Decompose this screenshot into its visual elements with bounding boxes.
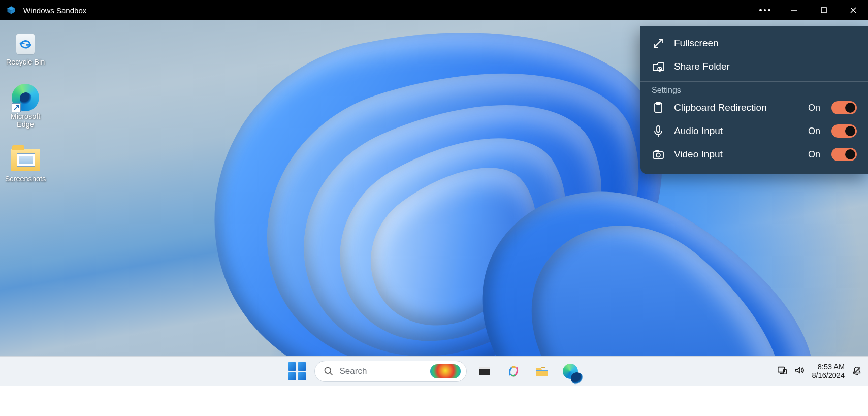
system-tray: 8:53 AM 8/16/2024 — [777, 363, 863, 380]
svg-rect-14 — [784, 369, 786, 374]
desktop-icon-label: Screenshots — [5, 175, 46, 183]
tray-notifications[interactable] — [852, 366, 863, 377]
shortcut-arrow-icon — [12, 103, 21, 112]
minimize-icon — [791, 7, 798, 14]
fullscreen-icon — [652, 37, 665, 50]
tray-time: 8:53 AM — [812, 363, 845, 371]
taskbar-edge[interactable] — [560, 361, 581, 381]
desktop-icon-label: Recycle Bin — [6, 58, 45, 67]
setting-state: On — [808, 149, 820, 160]
share-folder-icon — [652, 60, 665, 73]
setting-clipboard-toggle[interactable] — [831, 101, 857, 114]
edge-icon — [563, 364, 578, 379]
svg-rect-23 — [656, 150, 659, 152]
task-view-icon — [478, 364, 492, 378]
svg-rect-19 — [657, 126, 660, 132]
search-icon — [324, 366, 334, 376]
setting-video-input: Video Input On — [640, 143, 868, 166]
start-button[interactable] — [288, 362, 306, 380]
file-explorer-icon — [535, 364, 549, 378]
panel-fullscreen-label: Fullscreen — [674, 38, 857, 49]
copilot-icon — [506, 364, 521, 378]
sandbox-options-panel: Fullscreen Share Folder Settings Clipboa… — [640, 26, 868, 174]
desktop-icon-microsoft-edge[interactable]: Microsoft Edge — [3, 84, 48, 129]
titlebar-close-button[interactable] — [839, 0, 868, 20]
taskbar-file-explorer[interactable] — [532, 361, 552, 381]
desktop-icons-column: Recycle Bin Microsoft Edge Screenshots — [3, 29, 49, 201]
tray-volume-icon[interactable] — [794, 365, 805, 377]
taskbar-task-view[interactable] — [475, 361, 495, 381]
more-icon — [759, 9, 770, 12]
panel-divider — [640, 81, 868, 82]
setting-video-toggle[interactable] — [831, 148, 857, 161]
edge-icon — [11, 84, 40, 111]
setting-state: On — [808, 126, 820, 137]
search-highlight-icon — [430, 364, 461, 378]
search-placeholder: Search — [340, 366, 424, 376]
tray-display-icon[interactable] — [777, 365, 787, 377]
setting-clipboard-redirection: Clipboard Redirection On — [640, 96, 868, 119]
window-title: Windows Sandbox — [23, 6, 86, 15]
titlebar-minimize-button[interactable] — [780, 0, 809, 20]
recycle-bin-icon — [11, 29, 40, 57]
svg-rect-10 — [479, 367, 490, 369]
window-titlebar: Windows Sandbox — [0, 0, 868, 20]
panel-share-folder[interactable]: Share Folder — [640, 55, 868, 78]
svg-point-22 — [656, 153, 660, 157]
clipboard-icon — [652, 101, 665, 114]
setting-audio-toggle[interactable] — [831, 124, 857, 138]
desktop-icon-screenshots[interactable]: Screenshots — [3, 146, 48, 183]
svg-line-8 — [330, 373, 332, 375]
desktop-icon-recycle-bin[interactable]: Recycle Bin — [3, 29, 48, 67]
tray-clock[interactable]: 8:53 AM 8/16/2024 — [812, 363, 845, 380]
folder-icon — [11, 146, 40, 174]
microphone-icon — [652, 124, 665, 138]
tray-date: 8/16/2024 — [812, 371, 845, 380]
maximize-icon — [820, 7, 827, 14]
setting-audio-input: Audio Input On — [640, 119, 868, 143]
close-icon — [850, 7, 857, 14]
panel-share-folder-label: Share Folder — [674, 61, 857, 72]
panel-fullscreen[interactable]: Fullscreen — [640, 31, 868, 55]
taskbar: Search — [0, 356, 868, 386]
setting-label: Clipboard Redirection — [674, 102, 799, 113]
svg-rect-11 — [536, 370, 548, 371]
titlebar-more-button[interactable] — [750, 0, 780, 20]
desktop-icon-label: Microsoft Edge — [11, 112, 41, 129]
camera-icon — [652, 148, 665, 161]
titlebar-maximize-button[interactable] — [809, 0, 839, 20]
setting-state: On — [808, 103, 820, 113]
panel-settings-header: Settings — [640, 84, 868, 96]
taskbar-copilot[interactable] — [503, 361, 524, 381]
setting-label: Audio Input — [674, 125, 799, 137]
setting-label: Video Input — [674, 149, 799, 160]
svg-point-7 — [325, 368, 331, 374]
sandbox-app-icon — [6, 5, 16, 15]
taskbar-search[interactable]: Search — [314, 361, 467, 382]
svg-rect-4 — [821, 8, 826, 13]
